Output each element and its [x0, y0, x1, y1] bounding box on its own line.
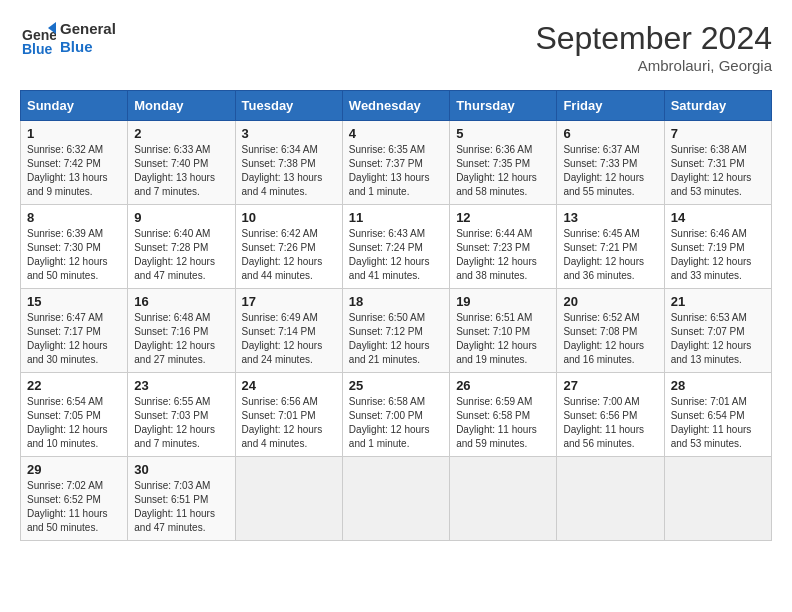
- day-number: 15: [27, 294, 121, 309]
- day-info: Sunrise: 6:52 AM Sunset: 7:08 PM Dayligh…: [563, 311, 657, 367]
- day-info: Sunrise: 6:58 AM Sunset: 7:00 PM Dayligh…: [349, 395, 443, 451]
- calendar-header-row: SundayMondayTuesdayWednesdayThursdayFrid…: [21, 91, 772, 121]
- calendar-cell: 4Sunrise: 6:35 AM Sunset: 7:37 PM Daylig…: [342, 121, 449, 205]
- day-info: Sunrise: 6:45 AM Sunset: 7:21 PM Dayligh…: [563, 227, 657, 283]
- day-number: 16: [134, 294, 228, 309]
- day-number: 24: [242, 378, 336, 393]
- day-number: 27: [563, 378, 657, 393]
- day-number: 29: [27, 462, 121, 477]
- calendar-cell: 25Sunrise: 6:58 AM Sunset: 7:00 PM Dayli…: [342, 373, 449, 457]
- logo-line1: General: [60, 20, 116, 37]
- day-number: 18: [349, 294, 443, 309]
- calendar-cell: [235, 457, 342, 541]
- day-info: Sunrise: 6:32 AM Sunset: 7:42 PM Dayligh…: [27, 143, 121, 199]
- calendar-week-3: 15Sunrise: 6:47 AM Sunset: 7:17 PM Dayli…: [21, 289, 772, 373]
- day-number: 9: [134, 210, 228, 225]
- calendar-cell: 13Sunrise: 6:45 AM Sunset: 7:21 PM Dayli…: [557, 205, 664, 289]
- day-info: Sunrise: 6:40 AM Sunset: 7:28 PM Dayligh…: [134, 227, 228, 283]
- calendar-cell: 19Sunrise: 6:51 AM Sunset: 7:10 PM Dayli…: [450, 289, 557, 373]
- day-number: 12: [456, 210, 550, 225]
- calendar-cell: 1Sunrise: 6:32 AM Sunset: 7:42 PM Daylig…: [21, 121, 128, 205]
- day-info: Sunrise: 6:55 AM Sunset: 7:03 PM Dayligh…: [134, 395, 228, 451]
- day-number: 11: [349, 210, 443, 225]
- day-info: Sunrise: 7:01 AM Sunset: 6:54 PM Dayligh…: [671, 395, 765, 451]
- header-thursday: Thursday: [450, 91, 557, 121]
- day-number: 26: [456, 378, 550, 393]
- day-info: Sunrise: 6:35 AM Sunset: 7:37 PM Dayligh…: [349, 143, 443, 199]
- calendar-cell: 22Sunrise: 6:54 AM Sunset: 7:05 PM Dayli…: [21, 373, 128, 457]
- calendar-week-4: 22Sunrise: 6:54 AM Sunset: 7:05 PM Dayli…: [21, 373, 772, 457]
- header-friday: Friday: [557, 91, 664, 121]
- day-info: Sunrise: 6:43 AM Sunset: 7:24 PM Dayligh…: [349, 227, 443, 283]
- calendar-cell: 23Sunrise: 6:55 AM Sunset: 7:03 PM Dayli…: [128, 373, 235, 457]
- calendar-cell: 16Sunrise: 6:48 AM Sunset: 7:16 PM Dayli…: [128, 289, 235, 373]
- calendar-cell: 10Sunrise: 6:42 AM Sunset: 7:26 PM Dayli…: [235, 205, 342, 289]
- day-info: Sunrise: 6:39 AM Sunset: 7:30 PM Dayligh…: [27, 227, 121, 283]
- day-number: 13: [563, 210, 657, 225]
- calendar-cell: 9Sunrise: 6:40 AM Sunset: 7:28 PM Daylig…: [128, 205, 235, 289]
- title-section: September 2024 Ambrolauri, Georgia: [535, 20, 772, 74]
- day-number: 14: [671, 210, 765, 225]
- header-saturday: Saturday: [664, 91, 771, 121]
- day-number: 28: [671, 378, 765, 393]
- calendar-cell: 20Sunrise: 6:52 AM Sunset: 7:08 PM Dayli…: [557, 289, 664, 373]
- day-info: Sunrise: 6:34 AM Sunset: 7:38 PM Dayligh…: [242, 143, 336, 199]
- header-tuesday: Tuesday: [235, 91, 342, 121]
- day-number: 7: [671, 126, 765, 141]
- day-number: 19: [456, 294, 550, 309]
- calendar-cell: 18Sunrise: 6:50 AM Sunset: 7:12 PM Dayli…: [342, 289, 449, 373]
- day-info: Sunrise: 7:00 AM Sunset: 6:56 PM Dayligh…: [563, 395, 657, 451]
- calendar-cell: 5Sunrise: 6:36 AM Sunset: 7:35 PM Daylig…: [450, 121, 557, 205]
- day-number: 17: [242, 294, 336, 309]
- day-info: Sunrise: 6:50 AM Sunset: 7:12 PM Dayligh…: [349, 311, 443, 367]
- svg-text:Blue: Blue: [22, 41, 53, 56]
- calendar-cell: [450, 457, 557, 541]
- day-info: Sunrise: 6:46 AM Sunset: 7:19 PM Dayligh…: [671, 227, 765, 283]
- calendar-week-5: 29Sunrise: 7:02 AM Sunset: 6:52 PM Dayli…: [21, 457, 772, 541]
- calendar-cell: 11Sunrise: 6:43 AM Sunset: 7:24 PM Dayli…: [342, 205, 449, 289]
- day-info: Sunrise: 6:38 AM Sunset: 7:31 PM Dayligh…: [671, 143, 765, 199]
- day-number: 22: [27, 378, 121, 393]
- day-number: 2: [134, 126, 228, 141]
- day-info: Sunrise: 6:53 AM Sunset: 7:07 PM Dayligh…: [671, 311, 765, 367]
- day-number: 20: [563, 294, 657, 309]
- calendar-cell: 14Sunrise: 6:46 AM Sunset: 7:19 PM Dayli…: [664, 205, 771, 289]
- day-info: Sunrise: 6:54 AM Sunset: 7:05 PM Dayligh…: [27, 395, 121, 451]
- header-monday: Monday: [128, 91, 235, 121]
- day-info: Sunrise: 6:56 AM Sunset: 7:01 PM Dayligh…: [242, 395, 336, 451]
- calendar-cell: 17Sunrise: 6:49 AM Sunset: 7:14 PM Dayli…: [235, 289, 342, 373]
- calendar-cell: 15Sunrise: 6:47 AM Sunset: 7:17 PM Dayli…: [21, 289, 128, 373]
- calendar-cell: 28Sunrise: 7:01 AM Sunset: 6:54 PM Dayli…: [664, 373, 771, 457]
- calendar-cell: 2Sunrise: 6:33 AM Sunset: 7:40 PM Daylig…: [128, 121, 235, 205]
- calendar-week-1: 1Sunrise: 6:32 AM Sunset: 7:42 PM Daylig…: [21, 121, 772, 205]
- day-info: Sunrise: 6:49 AM Sunset: 7:14 PM Dayligh…: [242, 311, 336, 367]
- calendar-table: SundayMondayTuesdayWednesdayThursdayFrid…: [20, 90, 772, 541]
- day-number: 30: [134, 462, 228, 477]
- day-info: Sunrise: 6:44 AM Sunset: 7:23 PM Dayligh…: [456, 227, 550, 283]
- day-number: 1: [27, 126, 121, 141]
- subtitle: Ambrolauri, Georgia: [535, 57, 772, 74]
- month-title: September 2024: [535, 20, 772, 57]
- header-wednesday: Wednesday: [342, 91, 449, 121]
- calendar-cell: 26Sunrise: 6:59 AM Sunset: 6:58 PM Dayli…: [450, 373, 557, 457]
- day-info: Sunrise: 6:59 AM Sunset: 6:58 PM Dayligh…: [456, 395, 550, 451]
- calendar-cell: 7Sunrise: 6:38 AM Sunset: 7:31 PM Daylig…: [664, 121, 771, 205]
- day-number: 21: [671, 294, 765, 309]
- day-info: Sunrise: 7:03 AM Sunset: 6:51 PM Dayligh…: [134, 479, 228, 535]
- calendar-cell: [342, 457, 449, 541]
- calendar-cell: 27Sunrise: 7:00 AM Sunset: 6:56 PM Dayli…: [557, 373, 664, 457]
- logo: General Blue General Blue: [20, 20, 116, 56]
- day-number: 8: [27, 210, 121, 225]
- day-number: 5: [456, 126, 550, 141]
- day-info: Sunrise: 6:36 AM Sunset: 7:35 PM Dayligh…: [456, 143, 550, 199]
- calendar-cell: 21Sunrise: 6:53 AM Sunset: 7:07 PM Dayli…: [664, 289, 771, 373]
- calendar-cell: 6Sunrise: 6:37 AM Sunset: 7:33 PM Daylig…: [557, 121, 664, 205]
- day-info: Sunrise: 6:33 AM Sunset: 7:40 PM Dayligh…: [134, 143, 228, 199]
- logo-line2: Blue: [60, 38, 93, 55]
- day-number: 3: [242, 126, 336, 141]
- logo-icon: General Blue: [20, 20, 56, 56]
- day-info: Sunrise: 7:02 AM Sunset: 6:52 PM Dayligh…: [27, 479, 121, 535]
- calendar-week-2: 8Sunrise: 6:39 AM Sunset: 7:30 PM Daylig…: [21, 205, 772, 289]
- day-number: 10: [242, 210, 336, 225]
- day-info: Sunrise: 6:48 AM Sunset: 7:16 PM Dayligh…: [134, 311, 228, 367]
